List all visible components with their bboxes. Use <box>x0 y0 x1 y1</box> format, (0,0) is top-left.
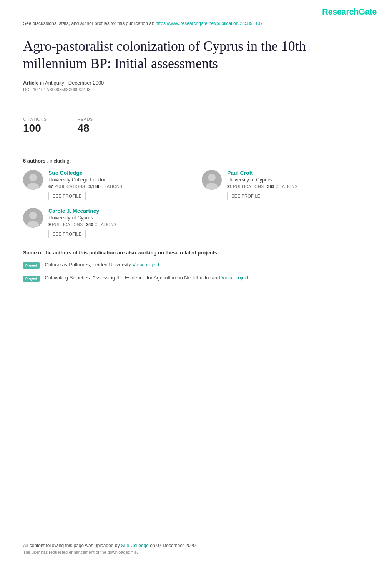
author-stats-0: 67 PUBLICATIONS 3,166 CITATIONS <box>48 184 122 189</box>
author-card-1: Paul Croft University of Cyprus 21 PUBLI… <box>202 170 369 200</box>
project-text-content-1: Cultivating Societies: Assessing the Evi… <box>45 275 222 281</box>
authors-count: 6 authors <box>23 158 46 164</box>
reads-block: READS 48 <box>78 117 93 134</box>
authors-section: 6 authors , including: Sue Colledge Univ… <box>23 158 369 238</box>
footer-upload-date: on 07 December 2020. <box>150 543 197 548</box>
stats-divider <box>23 103 369 103</box>
author-pubs-0: 67 <box>48 184 53 189</box>
footer-upload-text: All content following this page was uplo… <box>23 543 121 548</box>
reads-label: READS <box>78 117 93 121</box>
footer-uploader-link[interactable]: Sue Colledge <box>121 543 149 548</box>
publication-link[interactable]: https://www.researchgate.net/publication… <box>156 21 263 26</box>
project-text-content-0: Chlorakas-Palloures, Leiden University <box>45 262 133 267</box>
project-badge-0: Project <box>23 262 40 269</box>
article-date: December 2000 <box>68 80 104 86</box>
project-text-1: Cultivating Societies: Assessing the Evi… <box>45 275 249 281</box>
main-content: Agro-pastoralist colonization of Cyprus … <box>0 30 392 303</box>
authors-divider <box>23 150 369 150</box>
author-stats-2: 9 PUBLICATIONS 240 CITATIONS <box>48 222 116 227</box>
author-name-0[interactable]: Sue Colledge <box>48 170 122 176</box>
project-item-0: Project Chlorakas-Palloures, Leiden Univ… <box>23 262 369 269</box>
header-notice: See discussions, stats, and author profi… <box>0 21 392 30</box>
article-meta-dot: · <box>66 80 68 86</box>
author-name-1[interactable]: Paul Croft <box>227 170 297 176</box>
citations-label: CITATIONS <box>23 117 47 121</box>
author-cites-1: 363 <box>267 184 274 189</box>
author-pubs-1: 21 <box>227 184 232 189</box>
project-item-1: Project Cultivating Societies: Assessing… <box>23 275 369 282</box>
author-cards: Sue Colledge University College London 6… <box>23 170 369 238</box>
footer-upload-line: All content following this page was uplo… <box>23 543 369 548</box>
author-info-0: Sue Colledge University College London 6… <box>48 170 122 200</box>
author-card-2: Carole J. Mccartney University of Cyprus… <box>23 208 190 238</box>
author-info-2: Carole J. Mccartney University of Cyprus… <box>48 208 116 238</box>
stats-row: CITATIONS 100 READS 48 <box>23 111 369 142</box>
related-projects-label: Some of the authors of this publication … <box>23 250 369 256</box>
project-text-0: Chlorakas-Palloures, Leiden University V… <box>45 262 159 267</box>
author-institution-1: University of Cyprus <box>227 177 297 183</box>
article-type: Article <box>23 80 38 86</box>
author-avatar-2 <box>23 208 43 228</box>
article-journal: Antiquity <box>45 80 64 86</box>
author-avatar-0 <box>23 170 43 190</box>
see-profile-button-2[interactable]: SEE PROFILE <box>48 230 86 238</box>
citations-block: CITATIONS 100 <box>23 117 47 134</box>
project-link-0[interactable]: View project <box>132 262 159 267</box>
article-doi: DOI: 10.1017/S0003598X0006049X <box>23 87 369 92</box>
page-footer: All content following this page was uplo… <box>23 539 369 554</box>
authors-label: 6 authors , including: <box>23 158 369 164</box>
authors-label-suffix: , including: <box>47 158 71 164</box>
article-title: Agro-pastoralist colonization of Cyprus … <box>23 38 369 72</box>
author-pubs-2: 9 <box>48 222 51 227</box>
author-cites-0: 3,166 <box>88 184 99 189</box>
author-info-1: Paul Croft University of Cyprus 21 PUBLI… <box>227 170 297 200</box>
article-meta-in: in <box>40 80 45 86</box>
project-link-1[interactable]: View project <box>221 275 249 281</box>
author-name-2[interactable]: Carole J. Mccartney <box>48 208 116 214</box>
author-cites-2: 240 <box>86 222 93 227</box>
author-avatar-1 <box>202 170 222 190</box>
reads-value: 48 <box>78 122 93 134</box>
article-meta: Article in Antiquity · December 2000 <box>23 80 369 86</box>
footer-enhancement-text: The user has requested enhancement of th… <box>23 550 369 554</box>
svg-point-7 <box>29 212 37 219</box>
see-profile-button-1[interactable]: SEE PROFILE <box>227 192 264 200</box>
svg-point-4 <box>208 174 216 181</box>
see-profile-button-0[interactable]: SEE PROFILE <box>48 192 86 200</box>
author-institution-0: University College London <box>48 177 122 183</box>
author-stats-1: 21 PUBLICATIONS 363 CITATIONS <box>227 184 297 189</box>
notice-text: See discussions, stats, and author profi… <box>23 21 156 26</box>
project-badge-1: Project <box>23 276 40 282</box>
svg-point-1 <box>29 174 37 181</box>
author-institution-2: University of Cyprus <box>48 215 116 221</box>
related-projects: Some of the authors of this publication … <box>23 250 369 282</box>
top-bar: ResearchGate <box>0 0 392 21</box>
citations-value: 100 <box>23 122 47 134</box>
author-card-0: Sue Colledge University College London 6… <box>23 170 190 200</box>
researchgate-logo: ResearchGate <box>322 7 377 17</box>
